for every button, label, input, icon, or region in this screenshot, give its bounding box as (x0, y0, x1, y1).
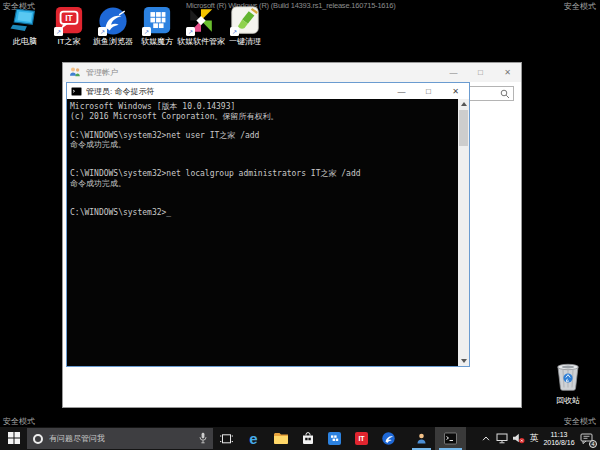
cortana-icon (33, 434, 43, 444)
shortcut-arrow-icon: ↗ (230, 27, 239, 36)
desktop-icon-one-key-clean[interactable]: ↗ 一键清理 (223, 6, 267, 46)
edge-icon: e (249, 431, 257, 446)
console-scrollbar[interactable] (458, 99, 469, 366)
console-titlebar[interactable]: 管理员: 命令提示符 — □ ✕ (67, 83, 469, 99)
console-minimize-button[interactable]: — (388, 83, 415, 99)
shortcut-arrow-icon: ↗ (142, 27, 151, 36)
desktop-icon-ruanmei-mofang[interactable]: ↗ 软媒魔方 (135, 6, 179, 46)
desktop-icon-ruanmei-manager[interactable]: ↗ 软媒软件管家 (179, 6, 223, 46)
desktop-icon-label: 旗鱼浏览器 (93, 37, 133, 46)
accounts-window-taskbar-button[interactable] (408, 427, 435, 450)
qiyu-browser-icon: ↗ (98, 6, 128, 36)
desktop-icon-label: 此电脑 (13, 37, 37, 46)
shortcut-arrow-icon: ↗ (98, 27, 107, 36)
svg-text:IT: IT (358, 435, 365, 442)
scroll-up-icon[interactable] (458, 99, 469, 109)
taskbar: 有问题尽管问我 e (0, 427, 600, 450)
console-close-button[interactable]: ✕ (442, 83, 469, 99)
action-center-button[interactable]: 4 (577, 427, 597, 450)
search-placeholder-text: 有问题尽管问我 (49, 433, 199, 444)
ruanmei-mofang-taskbar-button[interactable] (321, 427, 348, 450)
console-window-title: 管理员: 命令提示符 (86, 86, 388, 97)
notification-count-badge: 4 (589, 440, 597, 448)
task-view-button[interactable] (213, 427, 240, 450)
console-output-text: Microsoft Windows [版本 10.0.14393] (c) 20… (70, 102, 456, 366)
console-output-area: Microsoft Windows [版本 10.0.14393] (c) 20… (67, 99, 469, 366)
desktop-icon-label: IT之家 (57, 37, 80, 46)
desktop-icon-ithome[interactable]: IT ↗ IT之家 (47, 6, 91, 46)
store-button[interactable] (294, 427, 321, 450)
language-indicator[interactable]: 英 (527, 427, 541, 450)
scroll-down-icon[interactable] (458, 356, 469, 366)
tray-overflow-chevron[interactable] (479, 427, 493, 450)
ithome-icon: IT ↗ (54, 6, 84, 36)
console-maximize-button[interactable]: □ (415, 83, 442, 99)
user-accounts-icon (69, 64, 81, 82)
desktop-icon-row: 此电脑 IT ↗ IT之家 ↗ (3, 6, 267, 46)
desktop-icon-label: 软媒魔方 (141, 37, 173, 46)
command-prompt-taskbar-button[interactable] (435, 427, 466, 450)
safe-mode-label-top-right: 安全模式 (564, 1, 596, 12)
ruanmei-manager-icon: ↗ (186, 6, 216, 36)
shortcut-arrow-icon: ↗ (54, 27, 63, 36)
clock-time: 11:13 (551, 431, 568, 439)
taskbar-clock[interactable]: 11:13 2016/8/16 (541, 427, 577, 450)
desktop: Microsoft (R) Windows (R) (Build 14393.r… (0, 0, 600, 450)
this-pc-icon (10, 6, 40, 36)
scrollbar-thumb[interactable] (459, 110, 468, 146)
safe-mode-label-bottom-right: 安全模式 (564, 416, 596, 427)
system-tray: 英 11:13 2016/8/16 4 (479, 427, 600, 450)
desktop-icon-qiyu-browser[interactable]: ↗ 旗鱼浏览器 (91, 6, 135, 46)
ruanmei-mofang-icon: ↗ (142, 6, 172, 36)
cortana-search-box[interactable]: 有问题尽管问我 (27, 428, 213, 449)
desktop-icon-label: 一键清理 (229, 37, 261, 46)
recycle-bin-label: 回收站 (556, 396, 580, 405)
edge-browser-button[interactable]: e (240, 427, 267, 450)
recycle-bin-icon (555, 361, 581, 395)
desktop-icon-this-pc[interactable]: 此电脑 (3, 6, 47, 46)
shortcut-arrow-icon: ↗ (186, 27, 195, 36)
volume-muted-icon[interactable] (510, 427, 527, 450)
file-explorer-button[interactable] (267, 427, 294, 450)
accounts-minimize-button[interactable]: — (440, 63, 467, 82)
command-prompt-icon (71, 82, 82, 100)
desktop-icon-label: 软媒软件管家 (177, 37, 225, 46)
qiyu-browser-taskbar-button[interactable] (375, 427, 402, 450)
safe-mode-label-bottom-left: 安全模式 (3, 416, 35, 427)
accounts-maximize-button[interactable]: □ (467, 63, 494, 82)
start-button[interactable] (0, 427, 27, 450)
desktop-icon-recycle-bin[interactable]: 回收站 (545, 361, 591, 405)
windows-logo-icon (8, 430, 20, 448)
network-icon[interactable] (493, 427, 510, 450)
microphone-icon[interactable] (199, 430, 207, 448)
svg-text:IT: IT (65, 13, 73, 23)
clock-date: 2016/8/16 (543, 439, 574, 447)
window-command-prompt: 管理员: 命令提示符 — □ ✕ Microsoft Windows [版本 1… (66, 82, 470, 367)
accounts-window-titlebar[interactable]: 管理帐户 — □ ✕ (63, 63, 521, 82)
one-key-clean-icon: ↗ (230, 6, 260, 36)
accounts-close-button[interactable]: ✕ (494, 63, 521, 82)
search-icon (500, 85, 510, 103)
ithome-taskbar-button[interactable]: IT (348, 427, 375, 450)
accounts-window-title: 管理帐户 (86, 67, 440, 78)
